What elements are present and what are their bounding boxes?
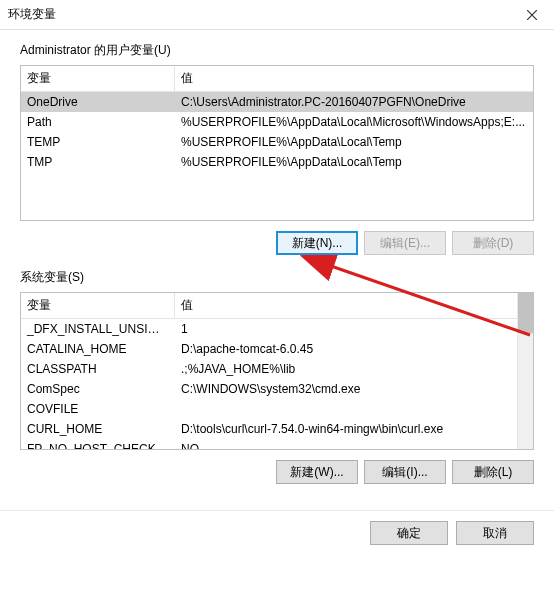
user-new-button[interactable]: 新建(N)... — [276, 231, 358, 255]
titlebar: 环境变量 — [0, 0, 554, 30]
cell-var: Path — [21, 112, 175, 132]
user-vars-label: Administrator 的用户变量(U) — [20, 42, 534, 59]
cell-var: TEMP — [21, 132, 175, 152]
cell-var: OneDrive — [21, 92, 175, 112]
cell-val: %USERPROFILE%\AppData\Local\Temp — [175, 152, 533, 172]
table-row[interactable]: ComSpecC:\WINDOWS\system32\cmd.exe — [21, 379, 517, 399]
cell-var: CLASSPATH — [21, 359, 175, 379]
cell-val: D:\apache-tomcat-6.0.45 — [175, 339, 517, 359]
table-row[interactable]: TMP%USERPROFILE%\AppData\Local\Temp — [21, 152, 533, 172]
cell-val — [175, 399, 517, 419]
sys-edit-button[interactable]: 编辑(I)... — [364, 460, 446, 484]
sys-scrollbar[interactable] — [517, 293, 533, 449]
sys-header-var[interactable]: 变量 — [21, 293, 175, 319]
system-vars-label: 系统变量(S) — [20, 269, 534, 286]
user-edit-button[interactable]: 编辑(E)... — [364, 231, 446, 255]
cell-val: .;%JAVA_HOME%\lib — [175, 359, 517, 379]
user-header-val[interactable]: 值 — [175, 66, 533, 92]
cell-val: %USERPROFILE%\AppData\Local\Temp — [175, 132, 533, 152]
cell-val: %USERPROFILE%\AppData\Local\Microsoft\Wi… — [175, 112, 533, 132]
cell-var: TMP — [21, 152, 175, 172]
table-row[interactable]: OneDriveC:\Users\Administrator.PC-201604… — [21, 92, 533, 112]
scroll-thumb[interactable] — [518, 293, 533, 333]
table-row[interactable]: _DFX_INSTALL_UNSIGNED...1 — [21, 319, 517, 339]
ok-button[interactable]: 确定 — [370, 521, 448, 545]
system-vars-table: 变量 值 _DFX_INSTALL_UNSIGNED...1CATALINA_H… — [20, 292, 534, 450]
sys-delete-button[interactable]: 删除(L) — [452, 460, 534, 484]
cell-val: C:\WINDOWS\system32\cmd.exe — [175, 379, 517, 399]
window-title: 环境变量 — [8, 6, 56, 23]
cell-val: D:\tools\curl\curl-7.54.0-win64-mingw\bi… — [175, 419, 517, 439]
table-row[interactable]: CATALINA_HOMED:\apache-tomcat-6.0.45 — [21, 339, 517, 359]
close-icon — [527, 10, 537, 20]
user-delete-button[interactable]: 删除(D) — [452, 231, 534, 255]
cell-var: ComSpec — [21, 379, 175, 399]
cell-val: C:\Users\Administrator.PC-20160407PGFN\O… — [175, 92, 533, 112]
user-vars-table: 变量 值 OneDriveC:\Users\Administrator.PC-2… — [20, 65, 534, 221]
cell-val: 1 — [175, 319, 517, 339]
cell-var: CURL_HOME — [21, 419, 175, 439]
cell-var: FP_NO_HOST_CHECK — [21, 439, 175, 449]
cell-var: COVFILE — [21, 399, 175, 419]
table-row[interactable]: Path%USERPROFILE%\AppData\Local\Microsof… — [21, 112, 533, 132]
sys-header-val[interactable]: 值 — [175, 293, 517, 319]
user-header-var[interactable]: 变量 — [21, 66, 175, 92]
close-button[interactable] — [509, 0, 554, 30]
cell-var: CATALINA_HOME — [21, 339, 175, 359]
table-row[interactable]: CURL_HOMED:\tools\curl\curl-7.54.0-win64… — [21, 419, 517, 439]
cell-val: NO — [175, 439, 517, 449]
cell-var: _DFX_INSTALL_UNSIGNED... — [21, 319, 175, 339]
table-row[interactable]: FP_NO_HOST_CHECKNO — [21, 439, 517, 449]
sys-new-button[interactable]: 新建(W)... — [276, 460, 358, 484]
table-row[interactable]: CLASSPATH.;%JAVA_HOME%\lib — [21, 359, 517, 379]
table-row[interactable]: COVFILE — [21, 399, 517, 419]
table-row[interactable]: TEMP%USERPROFILE%\AppData\Local\Temp — [21, 132, 533, 152]
cancel-button[interactable]: 取消 — [456, 521, 534, 545]
